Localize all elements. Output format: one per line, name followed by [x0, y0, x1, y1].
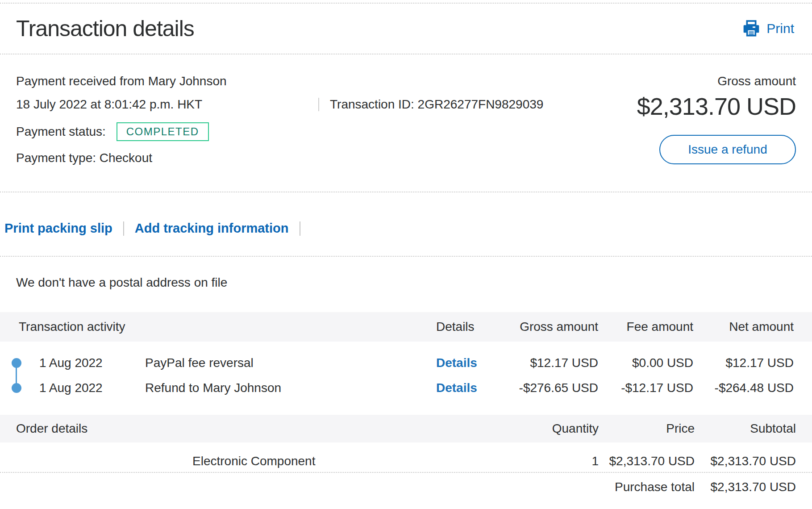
- details-link[interactable]: Details: [436, 356, 477, 370]
- page-title: Transaction details: [16, 16, 194, 42]
- item-quantity: 1: [465, 454, 599, 468]
- row-gross-amount: -$276.65 USD: [481, 381, 598, 395]
- status-badge: COMPLETED: [117, 122, 209, 141]
- gross-amount-label: Gross amount: [586, 73, 796, 89]
- row-fee-amount: -$12.17 USD: [598, 381, 693, 395]
- item-subtotal: $2,313.70 USD: [695, 454, 796, 468]
- payment-summary-right: Gross amount $2,313.70 USD Issue a refun…: [586, 73, 796, 173]
- timeline-dot-icon: [12, 358, 21, 368]
- timeline-dot-icon: [12, 383, 21, 393]
- transaction-activity-section: Transaction activity Details Gross amoun…: [0, 312, 812, 415]
- postal-address-notice: We don't have a postal address on file: [0, 257, 812, 312]
- pipe-divider: [318, 98, 319, 111]
- add-tracking-information-link[interactable]: Add tracking information: [135, 221, 289, 236]
- details-link[interactable]: Details: [436, 381, 477, 395]
- details-cell: Details: [436, 356, 481, 370]
- row-event: PayPal fee reversal: [145, 356, 436, 370]
- table-row: 1 Aug 2022 PayPal fee reversal Details $…: [0, 350, 812, 375]
- row-date: 1 Aug 2022: [39, 381, 145, 395]
- item-price: $2,313.70 USD: [599, 454, 695, 468]
- purchase-total-label: Purchase total: [599, 480, 695, 494]
- date-and-id-row: 18 July 2022 at 8:01:42 p.m. HKT Transac…: [16, 96, 586, 113]
- row-event: Refund to Mary Johnson: [145, 381, 436, 395]
- action-links-row: Print packing slip Add tracking informat…: [0, 192, 812, 256]
- purchase-total-value: $2,313.70 USD: [695, 480, 796, 494]
- transaction-activity-body: 1 Aug 2022 PayPal fee reversal Details $…: [0, 342, 812, 415]
- transaction-details-page: Transaction details Print Payment receiv…: [0, 3, 812, 494]
- transaction-activity-header: Transaction activity Details Gross amoun…: [0, 312, 812, 342]
- issue-refund-button[interactable]: Issue a refund: [659, 135, 796, 164]
- column-header-subtotal: Subtotal: [695, 421, 796, 436]
- print-label: Print: [766, 21, 794, 36]
- print-packing-slip-link[interactable]: Print packing slip: [4, 221, 112, 236]
- row-gross-amount: $12.17 USD: [481, 356, 598, 370]
- transaction-id: Transaction ID: 2GR26277FN9829039: [330, 96, 543, 113]
- row-net-amount: $12.17 USD: [693, 356, 794, 370]
- order-item-row: Electronic Component 1 $2,313.70 USD $2,…: [0, 442, 812, 472]
- transaction-date: 18 July 2022 at 8:01:42 p.m. HKT: [16, 96, 318, 113]
- payment-summary: Payment received from Mary Johnson 18 Ju…: [0, 54, 812, 192]
- column-header-price: Price: [599, 421, 695, 436]
- payment-received-text: Payment received from Mary Johnson: [16, 73, 586, 89]
- timeline-cell: [0, 383, 39, 393]
- row-net-amount: -$264.48 USD: [693, 381, 794, 395]
- order-details-header: Order details Quantity Price Subtotal: [0, 415, 812, 442]
- payment-status-row: Payment status: COMPLETED: [16, 122, 586, 141]
- column-header-quantity: Quantity: [465, 421, 599, 436]
- print-button[interactable]: Print: [742, 20, 794, 38]
- order-details-section: Order details Quantity Price Subtotal El…: [0, 415, 812, 494]
- row-date: 1 Aug 2022: [39, 356, 145, 370]
- transaction-activity-title: Transaction activity: [0, 320, 436, 334]
- payment-status-label: Payment status:: [16, 124, 106, 140]
- column-header-details: Details: [436, 320, 481, 334]
- purchase-total-row: Purchase total $2,313.70 USD: [0, 473, 812, 494]
- item-name: Electronic Component: [0, 454, 465, 468]
- column-header-fee: Fee amount: [598, 320, 693, 334]
- payment-type-text: Payment type: Checkout: [16, 150, 586, 166]
- pipe-divider: [300, 221, 300, 236]
- table-row: 1 Aug 2022 Refund to Mary Johnson Detail…: [0, 375, 812, 401]
- column-header-net: Net amount: [693, 320, 794, 334]
- row-fee-amount: $0.00 USD: [598, 356, 693, 370]
- gross-amount-value: $2,313.70 USD: [586, 92, 796, 121]
- details-cell: Details: [436, 381, 481, 395]
- column-header-gross: Gross amount: [481, 320, 598, 334]
- order-details-title: Order details: [0, 421, 465, 436]
- printer-icon: [742, 20, 760, 38]
- page-header: Transaction details Print: [0, 4, 812, 54]
- payment-summary-left: Payment received from Mary Johnson 18 Ju…: [16, 73, 586, 173]
- timeline-cell: [0, 358, 39, 368]
- pipe-divider: [123, 221, 124, 236]
